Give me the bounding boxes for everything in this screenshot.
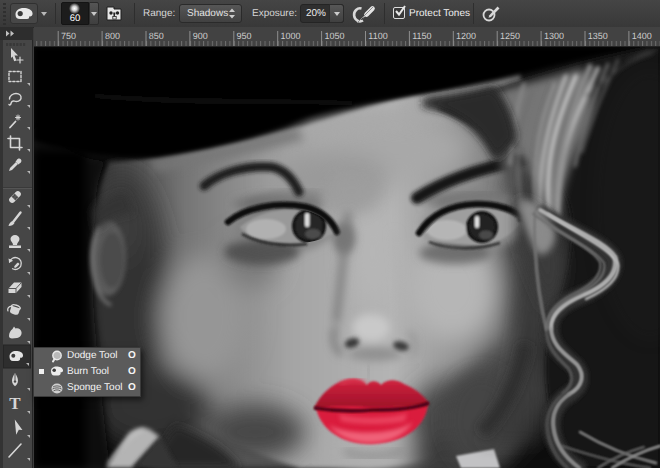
svg-text:1200: 1200 [456, 31, 476, 41]
svg-text:1250: 1250 [500, 31, 520, 41]
svg-text:T: T [9, 394, 21, 413]
svg-text:1100: 1100 [368, 31, 387, 41]
svg-text:900: 900 [193, 31, 208, 41]
svg-text:750: 750 [61, 31, 76, 41]
svg-text:1000: 1000 [281, 31, 301, 41]
svg-text:1400: 1400 [632, 31, 652, 41]
svg-text:1350: 1350 [588, 31, 608, 41]
svg-text:950: 950 [237, 31, 252, 41]
svg-text:850: 850 [149, 31, 164, 41]
svg-text:1150: 1150 [412, 31, 431, 41]
svg-text:800: 800 [105, 31, 120, 41]
svg-text:1050: 1050 [324, 31, 344, 41]
svg-text:1300: 1300 [544, 31, 564, 41]
